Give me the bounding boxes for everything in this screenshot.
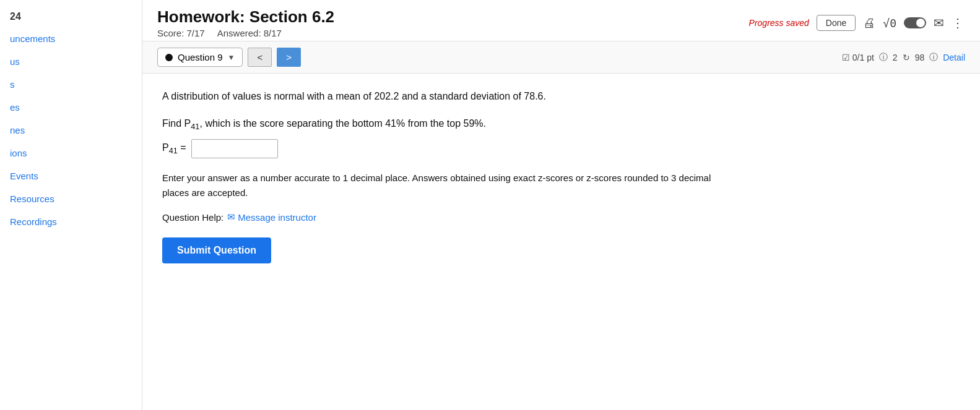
sidebar-item-s[interactable]: s xyxy=(0,73,142,96)
sidebar: 24 uncements us s es nes ions Events Res… xyxy=(0,0,142,410)
next-question-button[interactable]: > xyxy=(277,48,301,67)
retry-count: 2 xyxy=(893,53,898,62)
sidebar-item-nes[interactable]: nes xyxy=(0,119,142,142)
question-help-label: Question Help: xyxy=(162,212,223,223)
done-button[interactable]: Done xyxy=(817,15,856,31)
topbar-left: Homework: Section 6.2 Score: 7/17 Answer… xyxy=(157,7,334,38)
message-instructor-text: Message instructor xyxy=(238,212,316,223)
score-subtitle: Score: 7/17 Answered: 8/17 xyxy=(157,28,334,38)
sidebar-item-ions[interactable]: ions xyxy=(0,142,142,164)
sidebar-number: 24 xyxy=(0,6,142,27)
sqrt-icon[interactable]: √0 xyxy=(883,17,896,30)
sidebar-item-es[interactable]: es xyxy=(0,96,142,119)
question-nav-right: ☑ 0/1 pt ⓘ 2 ↻ 98 ⓘ Detail xyxy=(842,52,965,63)
sidebar-item-resources[interactable]: Resources xyxy=(0,187,142,210)
mail-small-icon: ✉ xyxy=(227,211,235,223)
question-dot-indicator xyxy=(165,54,173,61)
sidebar-item-events[interactable]: Events xyxy=(0,164,142,187)
mail-icon[interactable]: ✉ xyxy=(934,15,944,30)
progress-saved-text: Progress saved xyxy=(749,18,809,28)
retry-icon: ⓘ xyxy=(879,52,888,63)
message-instructor-link[interactable]: ✉ Message instructor xyxy=(227,211,316,223)
score-badge: ☑ 0/1 pt xyxy=(842,53,874,62)
chevron-down-icon: ▼ xyxy=(228,53,235,62)
content-area: A distribution of values is normal with … xyxy=(142,74,980,410)
submit-question-button[interactable]: Submit Question xyxy=(162,237,271,263)
question-label: Question 9 xyxy=(178,52,223,62)
prev-question-button[interactable]: < xyxy=(248,48,272,67)
detail-label: Detail xyxy=(943,53,965,62)
sidebar-item-announcements[interactable]: uncements xyxy=(0,27,142,50)
topbar-right: Progress saved Done 🖨 √0 ✉ ⋮ xyxy=(749,15,965,31)
question-nav: Question 9 ▼ < > ☑ 0/1 pt ⓘ 2 ↻ 98 ⓘ Det… xyxy=(142,41,980,74)
main-content: Homework: Section 6.2 Score: 7/17 Answer… xyxy=(142,0,980,410)
question-dropdown[interactable]: Question 9 ▼ xyxy=(157,48,243,67)
question-nav-left: Question 9 ▼ < > xyxy=(157,48,301,67)
find-text: Find P41, which is the score separating … xyxy=(162,116,960,134)
answer-row: P41 = xyxy=(162,139,960,158)
score-info: 0/1 pt xyxy=(852,53,874,62)
question-text: A distribution of values is normal with … xyxy=(162,88,960,105)
answer-input[interactable] xyxy=(191,139,278,158)
page-title: Homework: Section 6.2 xyxy=(157,7,334,27)
score-label: Score: 7/17 xyxy=(157,28,205,38)
print-icon[interactable]: 🖨 xyxy=(863,16,875,30)
accuracy-count: 98 xyxy=(915,53,925,62)
sidebar-item-recordings[interactable]: Recordings xyxy=(0,210,142,233)
topbar: Homework: Section 6.2 Score: 7/17 Answer… xyxy=(142,0,980,41)
answered-label: Answered: 8/17 xyxy=(217,28,282,38)
menu-dots-icon[interactable]: ⋮ xyxy=(952,15,965,30)
toggle-switch[interactable] xyxy=(904,17,926,28)
help-text: Enter your answer as a number accurate t… xyxy=(162,171,719,200)
sidebar-item-us[interactable]: us xyxy=(0,50,142,73)
checkbox-icon: ☑ xyxy=(842,53,850,62)
refresh-icon: ↻ xyxy=(903,53,910,62)
answer-label: P41 = xyxy=(162,142,186,155)
info-icon: ⓘ xyxy=(929,52,938,63)
question-help: Question Help: ✉ Message instructor xyxy=(162,211,960,223)
